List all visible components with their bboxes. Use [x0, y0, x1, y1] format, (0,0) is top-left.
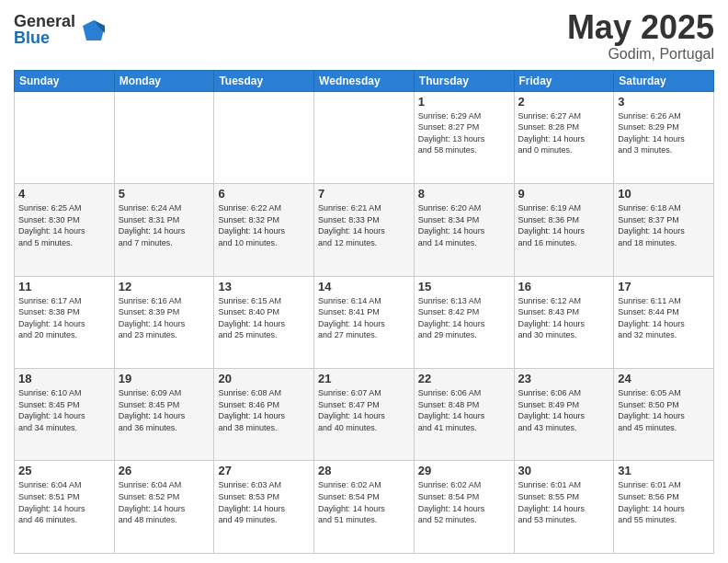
calendar-cell — [15, 91, 115, 183]
col-monday: Monday — [114, 70, 214, 91]
day-info: Sunrise: 6:05 AM Sunset: 8:50 PM Dayligh… — [618, 387, 710, 433]
calendar-cell: 10Sunrise: 6:18 AM Sunset: 8:37 PM Dayli… — [614, 184, 714, 276]
day-info: Sunrise: 6:04 AM Sunset: 8:51 PM Dayligh… — [18, 479, 110, 525]
calendar-cell: 15Sunrise: 6:13 AM Sunset: 8:42 PM Dayli… — [414, 276, 514, 368]
calendar-cell: 21Sunrise: 6:07 AM Sunset: 8:47 PM Dayli… — [314, 369, 415, 461]
day-info: Sunrise: 6:03 AM Sunset: 8:53 PM Dayligh… — [218, 479, 310, 525]
day-info: Sunrise: 6:24 AM Sunset: 8:31 PM Dayligh… — [119, 202, 210, 248]
calendar-cell: 19Sunrise: 6:09 AM Sunset: 8:45 PM Dayli… — [114, 369, 214, 461]
col-thursday: Thursday — [414, 70, 514, 91]
calendar-cell: 30Sunrise: 6:01 AM Sunset: 8:55 PM Dayli… — [514, 461, 614, 554]
calendar-cell: 31Sunrise: 6:01 AM Sunset: 8:56 PM Dayli… — [614, 461, 714, 554]
day-info: Sunrise: 6:02 AM Sunset: 8:54 PM Dayligh… — [418, 479, 510, 525]
day-number: 24 — [618, 372, 710, 385]
day-number: 4 — [18, 187, 110, 201]
day-info: Sunrise: 6:06 AM Sunset: 8:48 PM Dayligh… — [418, 387, 510, 433]
day-info: Sunrise: 6:07 AM Sunset: 8:47 PM Dayligh… — [318, 387, 410, 433]
day-number: 27 — [218, 464, 310, 477]
day-number: 3 — [618, 95, 710, 109]
day-info: Sunrise: 6:15 AM Sunset: 8:40 PM Dayligh… — [218, 295, 310, 341]
calendar-cell: 5Sunrise: 6:24 AM Sunset: 8:31 PM Daylig… — [114, 184, 214, 276]
day-info: Sunrise: 6:17 AM Sunset: 8:38 PM Dayligh… — [18, 295, 110, 341]
calendar-cell: 23Sunrise: 6:06 AM Sunset: 8:49 PM Dayli… — [514, 369, 614, 461]
day-number: 5 — [119, 187, 210, 201]
day-number: 11 — [18, 280, 110, 293]
col-sunday: Sunday — [15, 70, 115, 91]
col-saturday: Saturday — [614, 70, 714, 91]
location: Godim, Portugal — [567, 46, 714, 63]
logo-general: General — [14, 13, 75, 29]
calendar-cell — [214, 91, 314, 183]
day-number: 26 — [119, 464, 210, 477]
calendar-cell: 4Sunrise: 6:25 AM Sunset: 8:30 PM Daylig… — [15, 184, 115, 276]
day-number: 15 — [418, 280, 510, 293]
calendar-week-3: 11Sunrise: 6:17 AM Sunset: 8:38 PM Dayli… — [15, 276, 714, 368]
day-number: 17 — [618, 280, 710, 293]
page: General Blue May 2025 Godim, Portugal Su… — [0, 0, 728, 563]
calendar-cell: 9Sunrise: 6:19 AM Sunset: 8:36 PM Daylig… — [514, 184, 614, 276]
day-number: 7 — [318, 187, 410, 201]
calendar-cell: 28Sunrise: 6:02 AM Sunset: 8:54 PM Dayli… — [314, 461, 415, 554]
col-wednesday: Wednesday — [314, 70, 415, 91]
col-friday: Friday — [514, 70, 614, 91]
calendar-table: Sunday Monday Tuesday Wednesday Thursday… — [14, 70, 714, 554]
calendar-cell — [114, 91, 214, 183]
day-info: Sunrise: 6:02 AM Sunset: 8:54 PM Dayligh… — [318, 479, 410, 525]
day-number: 6 — [218, 187, 310, 201]
calendar-cell: 12Sunrise: 6:16 AM Sunset: 8:39 PM Dayli… — [114, 276, 214, 368]
logo: General Blue — [14, 13, 108, 46]
day-number: 29 — [418, 464, 510, 477]
logo-icon — [79, 15, 108, 44]
calendar-week-2: 4Sunrise: 6:25 AM Sunset: 8:30 PM Daylig… — [15, 184, 714, 276]
calendar-cell: 1Sunrise: 6:29 AM Sunset: 8:27 PM Daylig… — [414, 91, 514, 183]
calendar-cell: 13Sunrise: 6:15 AM Sunset: 8:40 PM Dayli… — [214, 276, 314, 368]
calendar-header-row: Sunday Monday Tuesday Wednesday Thursday… — [15, 70, 714, 91]
calendar-cell: 14Sunrise: 6:14 AM Sunset: 8:41 PM Dayli… — [314, 276, 415, 368]
logo-blue: Blue — [14, 29, 75, 46]
calendar-cell: 16Sunrise: 6:12 AM Sunset: 8:43 PM Dayli… — [514, 276, 614, 368]
month-title: May 2025 — [567, 9, 714, 46]
day-info: Sunrise: 6:13 AM Sunset: 8:42 PM Dayligh… — [418, 295, 510, 341]
title-block: May 2025 Godim, Portugal — [567, 9, 714, 63]
calendar-cell: 27Sunrise: 6:03 AM Sunset: 8:53 PM Dayli… — [214, 461, 314, 554]
calendar-week-4: 18Sunrise: 6:10 AM Sunset: 8:45 PM Dayli… — [15, 369, 714, 461]
day-info: Sunrise: 6:08 AM Sunset: 8:46 PM Dayligh… — [218, 387, 310, 433]
calendar-cell: 20Sunrise: 6:08 AM Sunset: 8:46 PM Dayli… — [214, 369, 314, 461]
calendar-cell: 3Sunrise: 6:26 AM Sunset: 8:29 PM Daylig… — [614, 91, 714, 183]
calendar-cell: 11Sunrise: 6:17 AM Sunset: 8:38 PM Dayli… — [15, 276, 115, 368]
calendar-cell: 8Sunrise: 6:20 AM Sunset: 8:34 PM Daylig… — [414, 184, 514, 276]
day-info: Sunrise: 6:27 AM Sunset: 8:28 PM Dayligh… — [518, 110, 610, 156]
day-info: Sunrise: 6:06 AM Sunset: 8:49 PM Dayligh… — [518, 387, 610, 433]
day-number: 20 — [218, 372, 310, 385]
day-number: 28 — [318, 464, 410, 477]
calendar-cell: 7Sunrise: 6:21 AM Sunset: 8:33 PM Daylig… — [314, 184, 415, 276]
calendar-cell: 17Sunrise: 6:11 AM Sunset: 8:44 PM Dayli… — [614, 276, 714, 368]
calendar-cell: 18Sunrise: 6:10 AM Sunset: 8:45 PM Dayli… — [15, 369, 115, 461]
calendar-cell — [314, 91, 415, 183]
calendar-cell: 25Sunrise: 6:04 AM Sunset: 8:51 PM Dayli… — [15, 461, 115, 554]
day-info: Sunrise: 6:29 AM Sunset: 8:27 PM Dayligh… — [418, 110, 510, 156]
day-number: 14 — [318, 280, 410, 293]
day-info: Sunrise: 6:01 AM Sunset: 8:55 PM Dayligh… — [518, 479, 610, 525]
day-number: 18 — [18, 372, 110, 385]
day-number: 8 — [418, 187, 510, 201]
day-number: 16 — [518, 280, 610, 293]
calendar-cell: 29Sunrise: 6:02 AM Sunset: 8:54 PM Dayli… — [414, 461, 514, 554]
day-number: 22 — [418, 372, 510, 385]
calendar-cell: 6Sunrise: 6:22 AM Sunset: 8:32 PM Daylig… — [214, 184, 314, 276]
calendar-week-5: 25Sunrise: 6:04 AM Sunset: 8:51 PM Dayli… — [15, 461, 714, 554]
calendar-week-1: 1Sunrise: 6:29 AM Sunset: 8:27 PM Daylig… — [15, 91, 714, 183]
col-tuesday: Tuesday — [214, 70, 314, 91]
calendar-cell: 2Sunrise: 6:27 AM Sunset: 8:28 PM Daylig… — [514, 91, 614, 183]
calendar-cell: 26Sunrise: 6:04 AM Sunset: 8:52 PM Dayli… — [114, 461, 214, 554]
day-number: 31 — [618, 464, 710, 477]
day-number: 10 — [618, 187, 710, 201]
day-info: Sunrise: 6:21 AM Sunset: 8:33 PM Dayligh… — [318, 202, 410, 248]
day-info: Sunrise: 6:26 AM Sunset: 8:29 PM Dayligh… — [618, 110, 710, 156]
day-info: Sunrise: 6:04 AM Sunset: 8:52 PM Dayligh… — [119, 479, 210, 525]
day-info: Sunrise: 6:14 AM Sunset: 8:41 PM Dayligh… — [318, 295, 410, 341]
day-info: Sunrise: 6:10 AM Sunset: 8:45 PM Dayligh… — [18, 387, 110, 433]
day-number: 19 — [119, 372, 210, 385]
day-number: 25 — [18, 464, 110, 477]
day-info: Sunrise: 6:20 AM Sunset: 8:34 PM Dayligh… — [418, 202, 510, 248]
